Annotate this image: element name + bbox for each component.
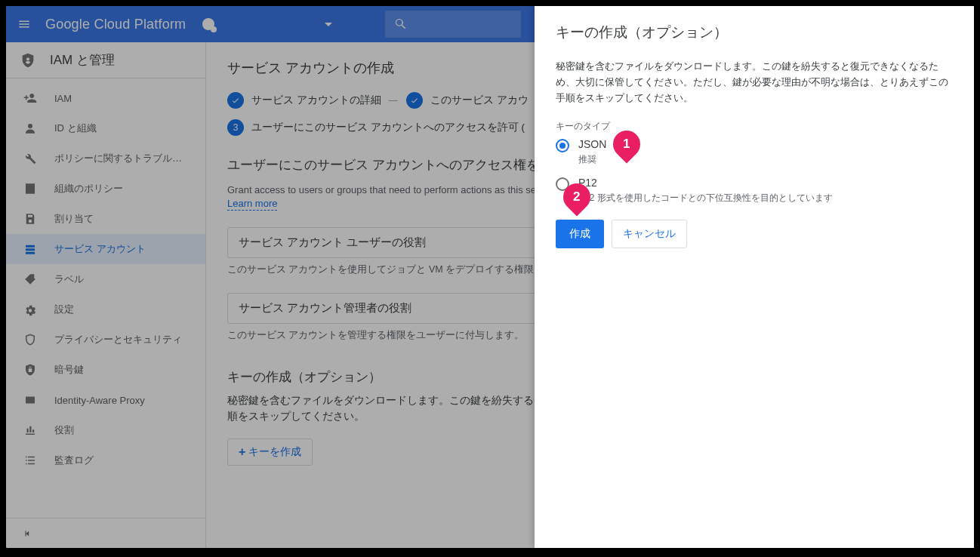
learn-more-link[interactable]: Learn more xyxy=(227,198,277,211)
nav-label: 組織のポリシー xyxy=(54,182,123,195)
step-1-done xyxy=(227,92,244,109)
panel-title: キーの作成（オプション） xyxy=(556,23,953,42)
radio-p12[interactable]: P12 P12 形式を使用したコードとの下位互換性を目的としています xyxy=(556,177,953,205)
nav-label: IAM xyxy=(54,93,72,104)
lock-q-icon xyxy=(23,363,37,377)
radio-json-sub: 推奨 xyxy=(578,153,606,166)
chevron-left-icon xyxy=(23,528,33,539)
project-name xyxy=(219,19,317,29)
radio-p12-sub: P12 形式を使用したコードとの下位互換性を目的としています xyxy=(578,192,833,205)
step-1-label: サービス アカウントの詳細 xyxy=(251,94,381,107)
sidebar: IAM と管理 IAM ID と組織 ポリシーに関するトラブル… 組織のポリシー… xyxy=(6,42,206,548)
check-icon xyxy=(410,96,419,105)
side-panel: キーの作成（オプション） 秘密鍵を含むファイルをダウンロードします。この鍵を紛失… xyxy=(535,6,974,548)
step-3-label: ユーザーにこのサービス アカウントへのアクセスを許可 ( xyxy=(251,121,525,134)
nav-iap[interactable]: Identity-Aware Proxy xyxy=(6,385,205,415)
shield-icon xyxy=(20,52,36,69)
save-icon xyxy=(23,212,37,226)
nav-troubleshoot[interactable]: ポリシーに関するトラブル… xyxy=(6,143,205,174)
nav-label: 割り当て xyxy=(54,212,94,226)
service-account-icon xyxy=(23,242,37,256)
create-key-button[interactable]: + キーを作成 xyxy=(227,439,313,466)
check-icon xyxy=(231,96,240,105)
hamburger-icon xyxy=(17,17,31,31)
nav-service-accounts[interactable]: サービス アカウント xyxy=(6,234,205,264)
nav-labels[interactable]: ラベル xyxy=(6,264,205,294)
sidebar-header: IAM と管理 xyxy=(6,42,205,78)
step-divider: — xyxy=(389,95,399,106)
nav-label: 設定 xyxy=(54,303,74,316)
search-icon xyxy=(394,17,408,31)
project-selector[interactable] xyxy=(195,12,340,36)
plus-icon: + xyxy=(239,445,245,459)
wrench-icon xyxy=(23,152,37,165)
sidebar-title: IAM と管理 xyxy=(50,51,115,69)
step-2-done xyxy=(406,92,423,109)
nav-label: 監査ログ xyxy=(54,454,94,467)
chevron-down-icon xyxy=(325,23,332,26)
nav-label: プライバシーとセキュリティ xyxy=(54,333,182,346)
nav-org-policy[interactable]: 組織のポリシー xyxy=(6,174,205,204)
nav-label: サービス アカウント xyxy=(54,242,146,256)
gear-icon xyxy=(23,303,37,316)
nav-audit[interactable]: 監査ログ xyxy=(6,445,205,475)
article-icon xyxy=(23,182,37,195)
tag-icon xyxy=(23,272,37,286)
nav-list: IAM ID と組織 ポリシーに関するトラブル… 組織のポリシー 割り当て サー… xyxy=(6,78,205,518)
nav-label: Identity-Aware Proxy xyxy=(54,395,145,406)
badge-icon xyxy=(23,393,37,407)
collapse-sidebar[interactable] xyxy=(6,518,205,548)
nav-label: ラベル xyxy=(54,272,84,286)
nav-iam[interactable]: IAM xyxy=(6,83,205,113)
nav-crypto[interactable]: 暗号鍵 xyxy=(6,355,205,385)
roles-icon xyxy=(23,423,37,437)
step-2-label: このサービス アカウ xyxy=(430,94,529,107)
nav-label: 役割 xyxy=(54,423,74,437)
nav-label: 暗号鍵 xyxy=(54,363,84,377)
nav-privacy[interactable]: プライバシーとセキュリティ xyxy=(6,325,205,355)
person-add-icon xyxy=(23,91,37,105)
brand-label: Google Cloud Platform xyxy=(42,17,195,32)
create-key-label: キーを作成 xyxy=(248,445,301,459)
step-3-circle: 3 xyxy=(227,119,244,136)
nav-roles[interactable]: 役割 xyxy=(6,415,205,445)
panel-desc: 秘密鍵を含むファイルをダウンロードします。この鍵を紛失すると復元できなくなるため… xyxy=(556,59,953,106)
nav-quota[interactable]: 割り当て xyxy=(6,204,205,234)
nav-label: ポリシーに関するトラブル… xyxy=(54,152,182,165)
radio-json[interactable]: JSON 推奨 1 xyxy=(556,138,953,166)
menu-button[interactable] xyxy=(6,6,42,42)
cancel-button[interactable]: キャンセル xyxy=(612,220,687,248)
section-desc: Grant access to users or groups that nee… xyxy=(227,184,547,195)
radio-json-label: JSON xyxy=(578,138,606,150)
svg-point-1 xyxy=(28,124,32,128)
list-icon xyxy=(23,454,37,467)
create-button[interactable]: 作成 xyxy=(556,220,604,248)
key-type-label: キーのタイプ xyxy=(556,121,953,132)
project-icon xyxy=(202,18,214,30)
radio-p12-label: P12 xyxy=(578,177,833,189)
nav-settings[interactable]: 設定 xyxy=(6,294,205,325)
radio-json-control[interactable] xyxy=(556,139,569,152)
shield-outline-icon xyxy=(23,333,37,346)
svg-point-0 xyxy=(26,57,29,60)
person-icon xyxy=(23,122,37,135)
nav-identity[interactable]: ID と組織 xyxy=(6,113,205,143)
nav-label: ID と組織 xyxy=(54,122,97,135)
search-box[interactable] xyxy=(385,11,521,38)
